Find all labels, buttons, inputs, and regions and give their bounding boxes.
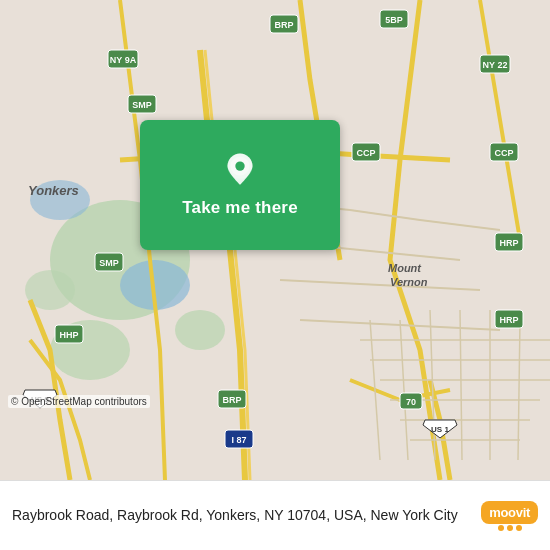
bottom-bar: Raybrook Road, Raybrook Rd, Yonkers, NY … (0, 480, 550, 550)
moovit-dots (498, 525, 522, 531)
svg-text:BRP: BRP (274, 20, 293, 30)
svg-point-4 (175, 310, 225, 350)
svg-text:Yonkers: Yonkers (28, 183, 79, 198)
moovit-logo: moovit (481, 501, 538, 531)
moovit-dot-2 (507, 525, 513, 531)
svg-text:I 87: I 87 (231, 435, 246, 445)
moovit-logo-text: moovit (489, 505, 530, 520)
svg-text:HHP: HHP (59, 330, 78, 340)
svg-text:SMP: SMP (99, 258, 119, 268)
svg-text:CCP: CCP (494, 148, 513, 158)
svg-text:5BP: 5BP (385, 15, 403, 25)
svg-text:NY 9A: NY 9A (110, 55, 137, 65)
address-text: Raybrook Road, Raybrook Rd, Yonkers, NY … (12, 506, 471, 526)
svg-text:SMP: SMP (132, 100, 152, 110)
moovit-logo-box: moovit (481, 501, 538, 524)
svg-text:70: 70 (406, 397, 416, 407)
map-container: BRP 5BP NY 9A CCP CCP CCP SMP SMP HHP (0, 0, 550, 480)
take-me-there-label: Take me there (182, 198, 298, 218)
svg-text:Mount: Mount (388, 262, 422, 274)
moovit-dot-1 (498, 525, 504, 531)
svg-text:CCP: CCP (356, 148, 375, 158)
svg-text:BRP: BRP (222, 395, 241, 405)
svg-text:NY 22: NY 22 (483, 60, 508, 70)
osm-attribution: © OpenStreetMap contributors (8, 395, 150, 408)
svg-text:HRP: HRP (499, 315, 518, 325)
take-me-there-button[interactable]: Take me there (140, 120, 340, 250)
svg-text:HRP: HRP (499, 238, 518, 248)
location-pin-icon (222, 152, 258, 188)
svg-text:US 1: US 1 (431, 425, 449, 434)
attribution-text: © OpenStreetMap contributors (11, 396, 147, 407)
svg-point-58 (235, 161, 244, 170)
moovit-dot-3 (516, 525, 522, 531)
svg-text:Vernon: Vernon (390, 276, 428, 288)
